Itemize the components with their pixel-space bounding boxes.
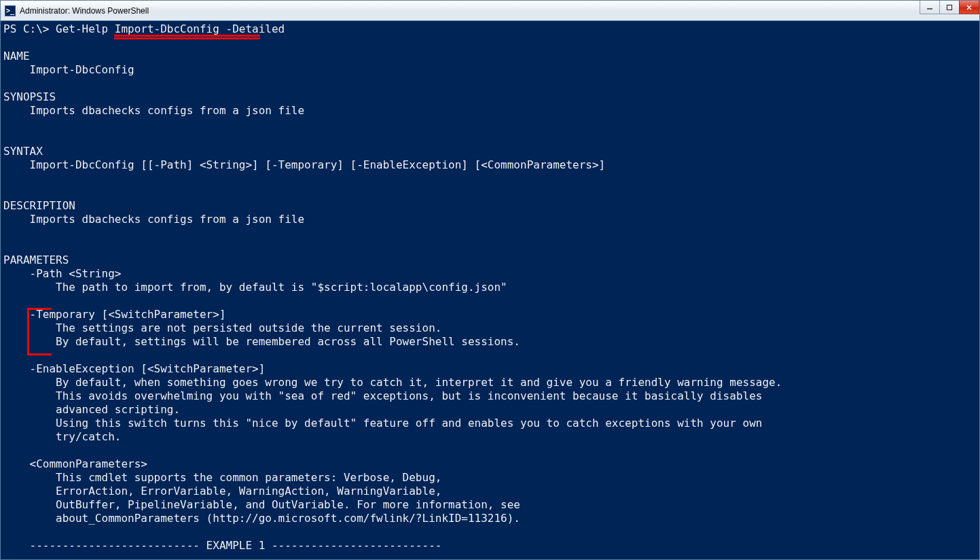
maximize-icon: [946, 4, 953, 11]
app-window: >_ Administrator: Windows PowerShell PS …: [0, 0, 980, 560]
syntax-value: Import-DbcConfig [[-Path] <String>] [-Te…: [3, 158, 605, 171]
param-path-name: -Path <String>: [3, 267, 121, 280]
window-controls: [920, 1, 979, 14]
name-value: Import-DbcConfig: [3, 63, 134, 76]
example-header: -------------------------- EXAMPLE 1 ---…: [3, 539, 441, 552]
section-header-synopsis: SYNOPSIS: [3, 90, 56, 103]
param-enableexception-desc-4: Using this switch turns this "nice by de…: [3, 417, 762, 430]
command-text: Get-Help Import-DbcConfig -Detailed: [56, 22, 285, 35]
param-enableexception-desc-3: advanced scripting.: [3, 403, 180, 416]
minimize-button[interactable]: [920, 1, 940, 14]
param-enableexception-desc-2: This avoids overwhelming you with "sea o…: [3, 389, 762, 402]
param-temporary-desc-1: The settings are not persisted outside t…: [3, 321, 441, 334]
param-enableexception-desc-5: try/catch.: [3, 430, 121, 443]
description-value: Imports dbachecks configs from a json fi…: [3, 213, 304, 226]
annotation-bracket-icon: [27, 308, 52, 355]
section-header-name: NAME: [3, 50, 30, 63]
synopsis-value: Imports dbachecks configs from a json fi…: [3, 104, 304, 117]
commonparameters-desc-4: about_CommonParameters (http://go.micros…: [3, 512, 520, 525]
close-icon: [966, 4, 973, 11]
param-enableexception-name: -EnableException [<SwitchParameter>]: [3, 362, 265, 375]
section-header-parameters: PARAMETERS: [3, 253, 69, 266]
prompt: PS C:\>: [3, 22, 56, 35]
svg-rect-1: [947, 5, 952, 10]
param-enableexception-desc-1: By default, when something goes wrong we…: [3, 376, 782, 389]
commonparameters-desc-3: OutBuffer, PipelineVariable, and OutVari…: [3, 498, 520, 511]
section-header-syntax: SYNTAX: [3, 145, 43, 158]
section-header-description: DESCRIPTION: [3, 199, 75, 212]
commonparameters-desc-2: ErrorAction, ErrorVariable, WarningActio…: [3, 485, 441, 497]
window-title: Administrator: Windows PowerShell: [20, 6, 149, 16]
terminal-pane[interactable]: PS C:\> Get-Help Import-DbcConfig -Detai…: [1, 21, 979, 559]
close-button[interactable]: [959, 1, 979, 14]
app-icon: >_: [5, 5, 16, 16]
param-temporary-desc-2: By default, settings will be remembered …: [3, 335, 520, 348]
param-path-desc: The path to import from, by default is "…: [3, 281, 507, 294]
commonparameters-name: <CommonParameters>: [3, 457, 147, 470]
maximize-button[interactable]: [939, 1, 960, 14]
annotation-underline-wave-icon: [114, 37, 260, 39]
minimize-icon: [926, 4, 933, 11]
commonparameters-desc-1: This cmdlet supports the common paramete…: [3, 471, 441, 484]
titlebar[interactable]: >_ Administrator: Windows PowerShell: [1, 1, 979, 21]
